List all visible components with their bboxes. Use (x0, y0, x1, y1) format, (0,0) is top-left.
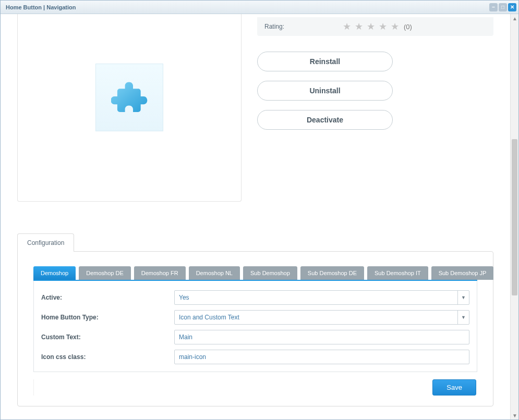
subtab-sub-demoshop-jp[interactable]: Sub Demoshop JP (431, 266, 494, 280)
configuration-section: Configuration Demoshop Demoshop DE Demos… (17, 233, 493, 406)
chevron-down-icon[interactable]: ▼ (457, 311, 469, 324)
shop-subtabs: Demoshop Demoshop DE Demoshop FR Demosho… (33, 266, 477, 281)
subtab-sub-demoshop-it[interactable]: Sub Demoshop IT (367, 266, 428, 280)
window-title: Home Button | Navigation (6, 4, 76, 10)
plugin-preview-card (17, 14, 242, 202)
window-titlebar[interactable]: Home Button | Navigation – □ ✕ (1, 1, 518, 14)
window-minimize-button[interactable]: – (489, 3, 498, 11)
scroll-up-icon[interactable]: ▲ (511, 14, 519, 22)
label-icon-css-class: Icon css class: (41, 353, 174, 361)
rating-row: Rating: ★ ★ ★ ★ ★ (0) (257, 17, 493, 36)
input-custom-text[interactable] (174, 330, 469, 344)
select-active[interactable]: Yes ▼ (174, 290, 469, 305)
scroll-down-icon[interactable]: ▼ (511, 411, 519, 419)
rating-label: Rating: (264, 23, 343, 30)
reinstall-button[interactable]: Reinstall (257, 52, 393, 71)
save-button[interactable]: Save (432, 379, 476, 396)
vertical-scrollbar[interactable]: ▲ ▼ (510, 14, 518, 419)
select-type-value: Icon and Custom Text (175, 314, 457, 321)
subtab-sub-demoshop[interactable]: Sub Demoshop (243, 266, 297, 280)
deactivate-button[interactable]: Deactivate (257, 110, 393, 130)
window-maximize-button[interactable]: □ (499, 3, 507, 11)
tab-configuration[interactable]: Configuration (17, 233, 74, 252)
subtab-demoshop-fr[interactable]: Demoshop FR (134, 266, 186, 280)
uninstall-button[interactable]: Uninstall (257, 81, 393, 101)
label-custom-text: Custom Text: (41, 333, 174, 341)
scroll-thumb[interactable] (512, 139, 517, 295)
label-active: Active: (41, 294, 174, 301)
plugin-icon (95, 64, 163, 131)
window-close-button[interactable]: ✕ (508, 3, 516, 11)
subtab-demoshop-nl[interactable]: Demoshop NL (189, 266, 240, 280)
select-active-value: Yes (175, 294, 457, 301)
subtab-demoshop-de[interactable]: Demoshop DE (79, 266, 131, 280)
window-content: Rating: ★ ★ ★ ★ ★ (0) Reinstall Uninstal… (1, 14, 510, 419)
chevron-down-icon[interactable]: ▼ (457, 291, 469, 304)
plugin-window: Home Button | Navigation – □ ✕ (0, 0, 519, 420)
input-icon-css-class[interactable] (174, 350, 469, 364)
select-home-button-type[interactable]: Icon and Custom Text ▼ (174, 310, 469, 325)
rating-count: (0) (404, 23, 412, 31)
subtab-sub-demoshop-de[interactable]: Sub Demoshop DE (300, 266, 364, 280)
config-form: Active: Yes ▼ Home Button Type: Ic (33, 281, 477, 372)
label-home-button-type: Home Button Type: (41, 314, 174, 321)
subtab-demoshop[interactable]: Demoshop (33, 266, 76, 280)
rating-stars[interactable]: ★ ★ ★ ★ ★ (343, 21, 400, 32)
